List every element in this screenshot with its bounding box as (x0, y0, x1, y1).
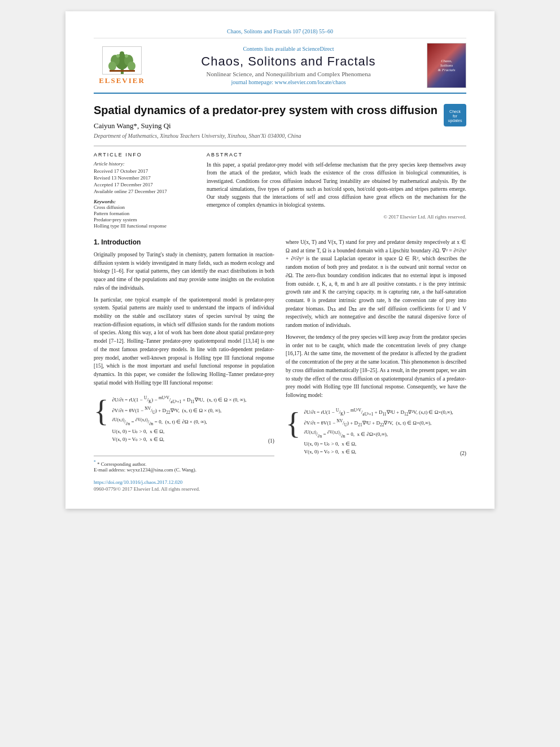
article-info-abstract-row: Article Info Article history: Received 1… (94, 146, 466, 229)
thumb-title-line1: Chaos, (441, 59, 452, 63)
eq1-line-4: U(x, 0) = U₀ > 0, x ∈ Ω, (112, 429, 246, 434)
journal-cover-thumbnail: Chaos, Solitons & Fractals (427, 43, 466, 88)
accepted-date: Accepted 17 December 2017 (94, 182, 195, 187)
received-date: Received 17 October 2017 (94, 168, 195, 174)
left-brace-eq2: { (286, 408, 300, 439)
journal-page: Chaos, Solitons and Fractals 107 (2018) … (65, 11, 495, 509)
article-authors: Caiyun Wang*, Suying Qi (94, 121, 438, 130)
body-content: 1. Introduction Originally proposed by T… (94, 238, 466, 492)
journal-subtitle: Nonlinear Science, and Nonequilibrium an… (150, 71, 427, 77)
elsevier-logo-block: ELSEVIER (94, 46, 150, 85)
authors-text: Caiyun Wang*, Suying Qi (94, 121, 171, 130)
equation-1-system: { ∂U/∂t = rU(1 − U/K) − mU²V/aU²+1 + D11… (94, 395, 247, 442)
keyword-4: Holling type III functional response (94, 223, 195, 229)
svg-point-7 (125, 54, 128, 58)
left-body-column: 1. Introduction Originally proposed by T… (94, 238, 274, 492)
abstract-column: Abstract In this paper, a spatial predat… (207, 152, 466, 229)
history-label: Article history: (94, 161, 195, 167)
eq2-lines: ∂U/∂t = rU(1 − U/K) − mU²V/aU²+1 + D11∇²… (304, 408, 453, 455)
svg-text:for: for (453, 114, 458, 118)
abstract-text: In this paper, a spatial predator-prey m… (207, 161, 466, 209)
keyword-1: Cross diffusion (94, 204, 195, 210)
introduction-title: 1. Introduction (94, 238, 274, 246)
copyright-text: © 2017 Elsevier Ltd. All rights reserved… (207, 214, 466, 220)
abstract-heading: Abstract (207, 152, 466, 158)
equation-2-system: { ∂U/∂t = rU(1 − U/K) − mU²V/aU²+1 + D11… (286, 408, 453, 455)
right-paragraph-1: where U(x, T) and V(x, T) stand for prey… (286, 238, 466, 330)
eq1-line-1: ∂U/∂t = rU(1 − U/K) − mU²V/aU²+1 + D11∇²… (112, 395, 246, 404)
eq1-lines: ∂U/∂t = rU(1 − U/K) − mU²V/aU²+1 + D11∇²… (112, 395, 246, 442)
journal-homepage: journal homepage: www.elsevier.com/locat… (150, 79, 427, 85)
article-info-column: Article Info Article history: Received 1… (94, 152, 195, 229)
article-title: Spatial dynamics of a predator-prey syst… (94, 104, 438, 117)
crossmark-icon: Check for updates (447, 107, 463, 124)
corresponding-author-note: * * Corresponding author. (94, 460, 274, 467)
journal-title-block: Contents lists available at ScienceDirec… (150, 46, 427, 85)
online-date: Available online 27 December 2017 (94, 189, 195, 194)
equation-2-wrapper: { ∂U/∂t = rU(1 − U/K) − mU²V/aU²+1 + D11… (286, 403, 466, 459)
svg-point-8 (120, 51, 124, 56)
eq1-line-5: V(x, 0) = V₀ > 0, x ∈ Ω, (112, 436, 246, 442)
contents-available-line: Contents lists available at ScienceDirec… (150, 46, 427, 52)
revised-date: Revised 13 November 2017 (94, 175, 195, 181)
equation-1-wrapper: { ∂U/∂t = rU(1 − U/K) − mU²V/aU²+1 + D11… (94, 391, 274, 447)
sciencedirect-link[interactable]: ScienceDirect (302, 46, 334, 52)
keyword-2: Pattern formation (94, 211, 195, 216)
eq2-line-5: V(x, 0) = V₀ > 0, x ∈ Ω, (304, 449, 453, 455)
email-note: E-mail address: wcyxz1234@sina.com (C. W… (94, 467, 274, 473)
svg-text:updates: updates (448, 119, 462, 123)
intro-paragraph-2: In particular, one typical example of th… (94, 296, 274, 387)
keywords-label: Keywords: (94, 199, 195, 204)
svg-rect-9 (110, 70, 135, 72)
article-affiliation: Department of Mathematics, Xinzhou Teach… (94, 133, 438, 139)
right-paragraph-2: However, the tendency of the prey specie… (286, 333, 466, 400)
thumb-title-line3: & Fractals (438, 68, 456, 72)
crossmark-badge: Check for updates (444, 104, 466, 126)
footer-section: * * Corresponding author. E-mail address… (94, 456, 274, 492)
eq2-line-2: ∂V/∂t = θV(1 − NV/U) + D21∇²U + D22∇²V, … (304, 418, 453, 427)
eq2-line-3: ∂U(x,t)/∂n = ∂V(x,t)/∂n = 0, x ∈ ∂Ω×(0,∞… (304, 430, 453, 439)
homepage-link[interactable]: www.elsevier.com/locate/chaos (275, 79, 346, 85)
eq2-line-4: U(x, 0) = U₀ > 0, x ∈ Ω, (304, 441, 453, 447)
elsevier-wordmark: ELSEVIER (99, 76, 145, 85)
keyword-3: Predator-prey system (94, 217, 195, 222)
svg-text:Check: Check (449, 110, 461, 113)
citation-text: Chaos, Solitons and Fractals 107 (2018) … (227, 28, 333, 34)
journal-header: ELSEVIER Contents lists available at Sci… (94, 43, 466, 94)
elsevier-tree-icon (104, 46, 141, 75)
eq1-line-2: ∂V/∂t = θV(1 − NV/U) + D22∇²V, (x, t) ∈ … (112, 406, 246, 415)
left-brace-eq1: { (94, 395, 108, 426)
eq1-number: (1) (268, 438, 274, 447)
article-header: Spatial dynamics of a predator-prey syst… (94, 104, 466, 139)
article-title-block: Spatial dynamics of a predator-prey syst… (94, 104, 438, 139)
issn-text: 0960-0779/© 2017 Elsevier Ltd. All right… (94, 486, 274, 492)
eq2-number: (2) (460, 451, 466, 459)
journal-citation-bar: Chaos, Solitons and Fractals 107 (2018) … (94, 28, 466, 38)
doi-link[interactable]: https://doi.org/10.1016/j.chaos.2017.12.… (94, 479, 182, 485)
eq2-line-1: ∂U/∂t = rU(1 − U/K) − mU²V/aU²+1 + D11∇²… (304, 408, 453, 417)
elsevier-tree-graphic (102, 46, 142, 75)
thumb-title-line2: Solitons (440, 63, 453, 68)
keywords-section: Keywords: Cross diffusion Pattern format… (94, 199, 195, 229)
svg-point-5 (128, 62, 135, 71)
right-body-column: where U(x, T) and V(x, T) stand for prey… (286, 238, 466, 492)
intro-paragraph-1: Originally proposed by Turing's study in… (94, 251, 274, 292)
svg-point-6 (116, 54, 120, 58)
journal-main-title: Chaos, Solitons and Fractals (150, 54, 427, 69)
eq1-line-3: ∂U(x,t)/∂n = ∂V(x,t)/∂n = 0, (x, t) ∈ ∂Ω… (112, 417, 246, 426)
article-info-heading: Article Info (94, 152, 195, 158)
svg-point-4 (108, 62, 116, 71)
